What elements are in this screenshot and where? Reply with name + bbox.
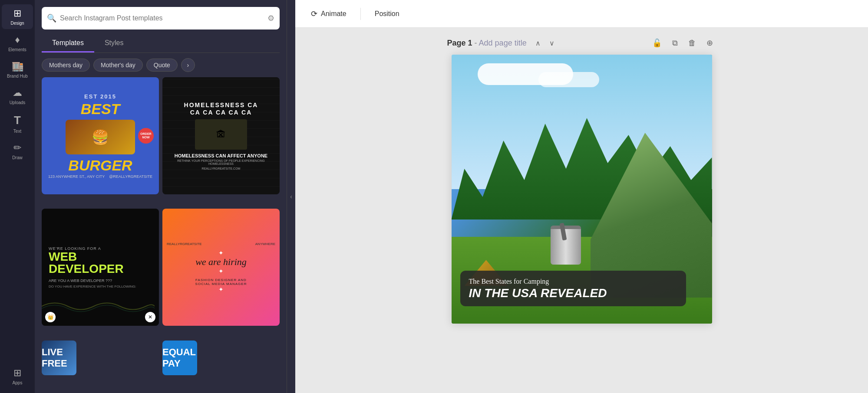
sidebar-item-apps[interactable]: ⊞ Apps — [2, 364, 33, 389]
hiring-site: REALLYRGREATSITE — [167, 242, 202, 246]
template-card-livefree[interactable]: LIVE FREE — [42, 341, 76, 375]
hom-row-2: CA CA CA CA CA — [190, 109, 252, 116]
search-bar: 🔍 ⚙ — [42, 7, 280, 29]
search-icon: 🔍 — [47, 13, 56, 23]
uploads-icon: ☁ — [13, 87, 22, 98]
animate-button[interactable]: ⟳ Animate — [304, 7, 353, 21]
canvas-area: Page 1 - Add page title ∧ ∨ 🔓 ⧉ 🗑 ⊕ — [295, 28, 868, 393]
equalpay-title: EQUAL PAY — [162, 347, 197, 369]
star-mid: ✦ — [218, 268, 224, 275]
sidebar-item-draw[interactable]: ✏ Draw — [2, 139, 33, 164]
canister — [551, 226, 581, 265]
animate-label: Animate — [321, 10, 347, 18]
main-area: ⟳ Animate Position Page 1 - Add page tit… — [295, 0, 868, 393]
hom-row-1: HOMELESSNESS CA — [184, 102, 258, 108]
panel-tabs: Templates Styles — [42, 35, 280, 53]
chip-quote[interactable]: Quote — [146, 59, 178, 72]
sidebar-item-brand-hub[interactable]: 🏬 Brand Hub — [2, 57, 33, 82]
hom-image: 🏚 — [195, 119, 247, 150]
webdev-sub: ARE YOU A WEB DEVELOPER ??? — [49, 278, 152, 283]
chips-next-button[interactable]: › — [181, 58, 195, 72]
webdev-question: DO YOU HAVE EXPERIENCE WITH THE FOLLOWIN… — [49, 285, 152, 288]
burger-best: BEST — [81, 102, 120, 116]
webdev-wave — [42, 300, 155, 313]
templates-panel: 🔍 ⚙ Templates Styles Mothers day Mother'… — [35, 0, 287, 393]
delete-button[interactable]: 🗑 — [685, 36, 700, 49]
burger-word: BURGER — [68, 158, 132, 173]
search-input[interactable] — [60, 14, 264, 22]
hiring-anywhere: ANYWHERE — [255, 242, 275, 246]
sidebar-item-uploads[interactable]: ☁ Uploads — [2, 84, 33, 108]
canvas: The Best States for Camping IN THE USA R… — [452, 55, 712, 324]
sidebar-item-text[interactable]: T Text — [2, 110, 33, 137]
hom-url: REALLYRGREATSITE.COM — [166, 167, 276, 170]
copy-button[interactable]: ⧉ — [669, 36, 681, 49]
lock-button[interactable]: 🔓 — [649, 36, 665, 49]
cloud-2 — [538, 72, 599, 87]
burger-address: 123 ANYWHERE ST., ANY CITY @REALLYRGREAT… — [48, 174, 152, 179]
page-actions: 🔓 ⧉ 🗑 ⊕ — [649, 36, 716, 49]
star-top: ✦ — [218, 249, 224, 256]
page-title: Page 1 - Add page title — [447, 39, 527, 48]
template-card-homelessness[interactable]: HOMELESSNESS CA CA CA CA CA CA 🏚 HOMELES… — [162, 77, 280, 194]
caption-overlay: The Best States for Camping IN THE USA R… — [460, 271, 686, 306]
draw-icon: ✏ — [13, 142, 21, 154]
filter-chips: Mothers day Mother's day Quote › — [35, 53, 287, 77]
page-down-button[interactable]: ∨ — [546, 37, 558, 49]
burger-est: EST 2015 — [84, 93, 116, 100]
hiring-title: we are hiring — [195, 256, 247, 268]
crown-badge: 👑 — [45, 312, 56, 322]
add-page-button[interactable]: ⊕ — [703, 36, 716, 49]
hom-sub: RETHINK YOUR PERCEPTIONS OF PEOPLE EXPER… — [166, 159, 276, 165]
tab-templates[interactable]: Templates — [42, 35, 94, 52]
template-card-hiring[interactable]: REALLYRGREATSITE ANYWHERE ✦ we are hirin… — [162, 209, 280, 326]
elements-icon: ♦ — [15, 34, 20, 46]
add-page-title[interactable]: Add page title — [479, 39, 527, 47]
template-card-equalpay[interactable]: EQUAL PAY — [162, 341, 197, 375]
hiring-role: FASHION DESIGNER ANDSOCIAL MEDIA MANAGER — [195, 278, 247, 286]
top-toolbar: ⟳ Animate Position — [295, 0, 868, 28]
position-button[interactable]: Position — [368, 7, 406, 20]
page-header: Page 1 - Add page title ∧ ∨ 🔓 ⧉ 🗑 ⊕ — [447, 36, 716, 49]
hom-title: HOMELESSNESS CAN AFFECT ANYONE — [166, 153, 276, 158]
template-card-webdev[interactable]: WE'RE LOOKING FOR A WEBDEVELOPER ARE YOU… — [42, 209, 159, 326]
page-label: Page 1 — [447, 39, 472, 47]
livefree-title: LIVE FREE — [42, 347, 76, 369]
sidebar-item-elements[interactable]: ♦ Elements — [2, 31, 33, 56]
page-nav: ∧ ∨ — [532, 37, 558, 49]
canvas-image: The Best States for Camping IN THE USA R… — [452, 55, 712, 324]
design-icon: ⊞ — [13, 8, 21, 19]
sidebar-item-design[interactable]: ⊞ Design — [2, 4, 33, 29]
filter-icon[interactable]: ⚙ — [267, 13, 274, 23]
webdev-title: WEBDEVELOPER — [49, 251, 152, 275]
collapse-arrow-icon: ‹ — [290, 193, 292, 200]
caption-line1: The Best States for Camping — [469, 278, 677, 285]
text-icon: T — [14, 114, 21, 127]
caption-line2: IN THE USA REVEALED — [469, 287, 677, 299]
apps-icon: ⊞ — [13, 367, 21, 379]
chip-mothers-day-2[interactable]: Mother's day — [93, 59, 143, 72]
brand-hub-icon: 🏬 — [12, 61, 23, 72]
animate-icon: ⟳ — [311, 9, 317, 19]
chip-mothers-day[interactable]: Mothers day — [42, 59, 90, 72]
template-grid: EST 2015 BEST 🍔 BURGER 123 ANYWHERE ST.,… — [35, 77, 287, 393]
panel-collapse-handle[interactable]: ‹ — [287, 0, 295, 393]
page-up-button[interactable]: ∧ — [532, 37, 544, 49]
burger-image: 🍔 — [66, 120, 135, 154]
order-now-button[interactable]: ORDER NOW — [138, 128, 154, 144]
template-card-burger[interactable]: EST 2015 BEST 🍔 BURGER 123 ANYWHERE ST.,… — [42, 77, 159, 194]
sidebar-nav: ⊞ Design ♦ Elements 🏬 Brand Hub ☁ Upload… — [0, 0, 35, 393]
delete-badge[interactable]: ✕ — [145, 312, 155, 322]
star-bottom: ✦ — [218, 286, 224, 293]
tab-styles[interactable]: Styles — [94, 35, 134, 52]
toolbar-divider — [360, 8, 361, 20]
